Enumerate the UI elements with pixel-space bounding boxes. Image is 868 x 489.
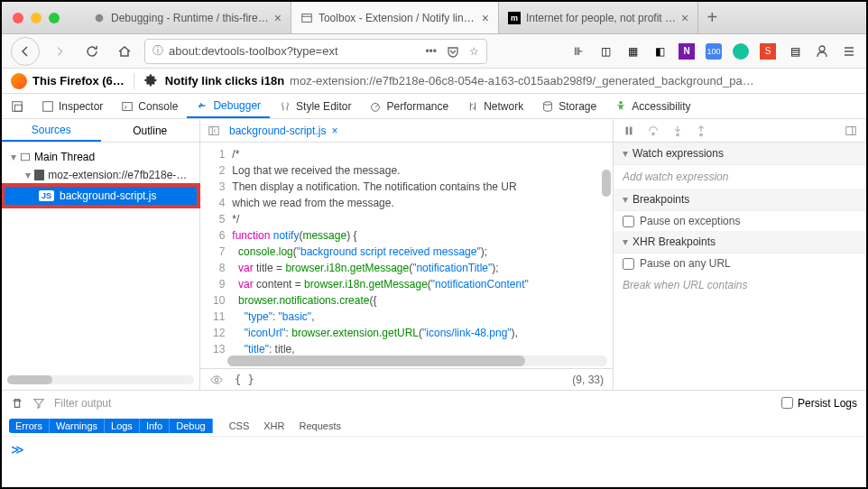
star-icon[interactable]: ☆: [469, 45, 479, 58]
eye-icon[interactable]: [209, 373, 224, 387]
tab-network[interactable]: Network: [457, 94, 532, 118]
svg-point-20: [652, 133, 655, 135]
xhr-url-input[interactable]: Break when URL contains: [614, 273, 866, 297]
console-input[interactable]: ≫: [2, 437, 866, 462]
source-file-selected[interactable]: JSbackground-script.js: [2, 184, 199, 208]
filter-warnings[interactable]: Warnings: [50, 419, 105, 433]
grammarly-icon[interactable]: [733, 43, 749, 60]
thread-item[interactable]: Main Thread: [2, 148, 199, 166]
pause-button[interactable]: [623, 125, 635, 137]
close-tab-icon[interactable]: ×: [274, 11, 282, 25]
step-out-button[interactable]: [695, 125, 707, 137]
trash-icon[interactable]: [11, 397, 23, 410]
tab-storage[interactable]: Storage: [532, 94, 605, 118]
filter-xhr[interactable]: XHR: [256, 419, 291, 433]
close-window-button[interactable]: [13, 13, 23, 23]
close-tab-icon[interactable]: ×: [482, 11, 489, 25]
pocket-icon[interactable]: [446, 44, 460, 59]
filter-css[interactable]: CSS: [222, 419, 257, 433]
firefox-runtime[interactable]: This Firefox (6…: [2, 73, 134, 89]
svg-point-12: [544, 101, 552, 105]
info-icon[interactable]: ⓘ: [152, 43, 163, 59]
pause-on-exceptions-checkbox[interactable]: Pause on exceptions: [614, 211, 866, 231]
pause-on-url-checkbox[interactable]: Pause on any URL: [614, 254, 866, 273]
onenote-icon[interactable]: N: [679, 43, 695, 60]
toggle-right-pane-icon[interactable]: [845, 125, 857, 137]
svg-rect-10: [123, 102, 133, 110]
new-tab-button[interactable]: +: [698, 2, 725, 33]
funnel-icon[interactable]: [32, 397, 45, 410]
ext-red-icon[interactable]: S: [760, 43, 776, 60]
toggle-panes-icon[interactable]: [208, 125, 220, 137]
tab-inspector[interactable]: Inspector: [32, 94, 112, 118]
traffic-lights: [2, 13, 70, 23]
step-over-button[interactable]: [646, 125, 660, 137]
window-titlebar: Debugging - Runtime / this-fire… × Toolb…: [2, 2, 866, 34]
svg-point-17: [215, 378, 218, 382]
add-watch-input[interactable]: Add watch expression: [614, 165, 866, 189]
extension-source[interactable]: moz-extension://e7fb218e-06c8: [2, 166, 199, 184]
browser-tab-toolbox[interactable]: Toolbox - Extension / Notify link… ×: [291, 2, 499, 33]
scrollbar-horizontal[interactable]: [227, 355, 607, 366]
extension-target: Notify link clicks i18n moz-extension://…: [134, 73, 866, 89]
browser-tab-debugging[interactable]: Debugging - Runtime / this-fire… ×: [84, 2, 291, 33]
ext2-icon[interactable]: ◧: [651, 43, 668, 60]
ext-badge-icon[interactable]: 100: [706, 43, 722, 60]
tab-title: Toolbox - Extension / Notify link…: [319, 12, 476, 24]
sidebar-icon[interactable]: ◫: [597, 43, 614, 60]
tab-style-editor[interactable]: Style Editor: [270, 94, 360, 118]
filter-errors[interactable]: Errors: [9, 419, 50, 433]
close-file-icon[interactable]: ×: [331, 125, 337, 137]
reload-button[interactable]: [79, 39, 105, 64]
browser-tabs: Debugging - Runtime / this-fire… × Toolb…: [84, 2, 725, 33]
tab-performance[interactable]: Performance: [360, 94, 457, 118]
filter-debug[interactable]: Debug: [170, 419, 212, 433]
tab-debugger[interactable]: Debugger: [187, 94, 270, 118]
file-tab[interactable]: background-script.js×: [229, 125, 337, 137]
scrollbar-horizontal[interactable]: [7, 375, 194, 384]
ext1-icon[interactable]: ▦: [624, 43, 641, 60]
minimize-window-button[interactable]: [31, 13, 42, 23]
svg-point-0: [96, 14, 104, 22]
console-toolbar: Filter output Persist Logs: [2, 390, 866, 415]
back-button[interactable]: [11, 37, 40, 66]
puzzle-icon: [143, 73, 160, 89]
devtools-tabs: Inspector Console Debugger Style Editor …: [2, 94, 866, 119]
home-button[interactable]: [112, 39, 137, 64]
xhr-breakpoints-header[interactable]: XHR Breakpoints: [614, 231, 866, 254]
svg-rect-23: [846, 126, 856, 134]
filter-logs[interactable]: Logs: [105, 419, 140, 433]
breakpoints-header[interactable]: Breakpoints: [614, 189, 866, 211]
close-tab-icon[interactable]: ×: [681, 11, 688, 25]
persist-logs-checkbox[interactable]: Persist Logs: [781, 397, 857, 410]
js-badge: JS: [39, 190, 54, 201]
sources-tab[interactable]: Sources: [2, 119, 101, 142]
filter-requests[interactable]: Requests: [292, 419, 348, 433]
step-in-button[interactable]: [671, 125, 684, 137]
url-input[interactable]: ⓘ about:devtools-toolbox?type=ext ••• ☆: [144, 39, 487, 64]
code-editor[interactable]: 1234567891011121314151617 /* Log that we…: [200, 143, 613, 355]
filter-output-input[interactable]: Filter output: [54, 397, 686, 410]
scrollbar-vertical[interactable]: [602, 170, 611, 197]
debugger-controls: [614, 119, 866, 143]
more-icon[interactable]: •••: [425, 45, 437, 58]
toolbar-extensions: ⊪ ◫ ▦ ◧ N 100 S ▤: [570, 43, 857, 60]
outline-tab[interactable]: Outline: [101, 119, 200, 142]
tab-console[interactable]: Console: [112, 94, 187, 118]
watch-expressions-header[interactable]: Watch expressions: [614, 143, 866, 165]
code-content: /* Log that we received the message. The…: [232, 143, 528, 355]
account-icon[interactable]: [814, 43, 830, 60]
tab-title: Internet for people, not profit …: [526, 12, 676, 24]
maximize-window-button[interactable]: [49, 13, 60, 23]
iframe-picker[interactable]: [2, 94, 32, 118]
ext-doc-icon[interactable]: ▤: [787, 43, 803, 60]
forward-button[interactable]: [47, 39, 72, 64]
tab-accessibility[interactable]: Accessibility: [605, 94, 699, 118]
menu-icon[interactable]: [841, 43, 857, 60]
filter-info[interactable]: Info: [140, 419, 170, 433]
svg-rect-8: [14, 105, 22, 111]
console-filters: Errors Warnings Logs Info Debug CSS XHR …: [2, 415, 866, 437]
line-gutter: 1234567891011121314151617: [200, 143, 232, 355]
library-icon[interactable]: ⊪: [570, 43, 586, 60]
browser-tab-mozilla[interactable]: m Internet for people, not profit … ×: [499, 2, 698, 33]
